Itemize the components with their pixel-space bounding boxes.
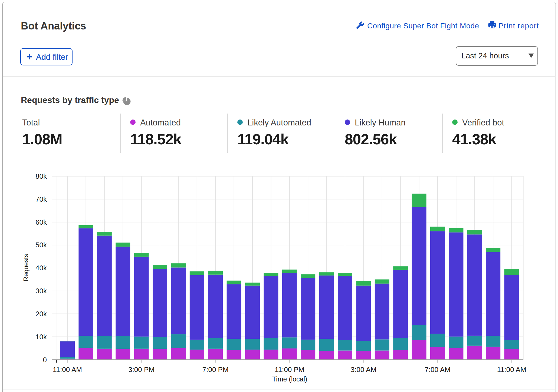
svg-text:60k: 60k bbox=[35, 218, 47, 226]
svg-text:7:00 PM: 7:00 PM bbox=[202, 366, 229, 374]
svg-text:20k: 20k bbox=[35, 310, 47, 318]
svg-text:3:00 PM: 3:00 PM bbox=[128, 366, 155, 374]
svg-text:30k: 30k bbox=[35, 287, 47, 295]
svg-text:Time (local): Time (local) bbox=[272, 375, 307, 383]
svg-text:3:00 AM: 3:00 AM bbox=[351, 366, 376, 374]
svg-text:10k: 10k bbox=[35, 333, 47, 341]
svg-text:40k: 40k bbox=[35, 264, 47, 272]
svg-text:70k: 70k bbox=[35, 195, 47, 203]
svg-text:11:00 AM: 11:00 AM bbox=[497, 366, 526, 374]
svg-text:80k: 80k bbox=[35, 172, 47, 180]
svg-text:11:00 AM: 11:00 AM bbox=[53, 366, 82, 374]
svg-text:11:00 PM: 11:00 PM bbox=[275, 366, 304, 374]
svg-text:0: 0 bbox=[43, 356, 47, 364]
svg-text:7:00 AM: 7:00 AM bbox=[425, 366, 450, 374]
svg-text:50k: 50k bbox=[35, 241, 47, 249]
svg-text:Requests: Requests bbox=[22, 254, 29, 281]
